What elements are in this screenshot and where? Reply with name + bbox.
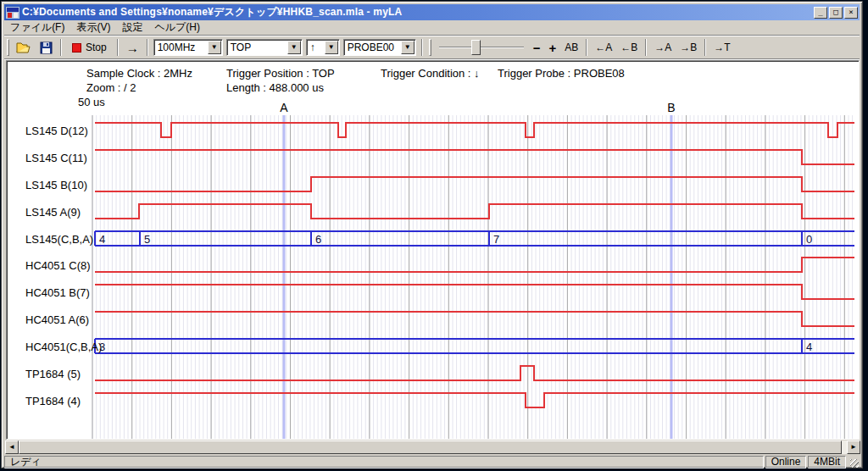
zoom-out-button[interactable]: − bbox=[529, 38, 545, 57]
trace-LS145-D-12- bbox=[95, 123, 854, 137]
zoom-slider-thumb[interactable] bbox=[471, 40, 481, 55]
open-file-button[interactable] bbox=[12, 38, 36, 57]
zoom-slider[interactable] bbox=[439, 39, 524, 56]
scroll-left-button[interactable]: ◄ bbox=[5, 441, 19, 454]
menu-view[interactable]: 表示(V) bbox=[70, 19, 116, 36]
menu-settings[interactable]: 設定 bbox=[116, 19, 148, 36]
waveform-svg: AB4567034 bbox=[7, 61, 859, 439]
ab-range-button[interactable]: AB bbox=[560, 38, 582, 57]
trace-LS145-B-10- bbox=[95, 177, 854, 191]
scroll-right-button[interactable]: ► bbox=[847, 441, 860, 454]
goto-cursor-b-button[interactable]: →B bbox=[676, 38, 701, 57]
toolbar-separator bbox=[645, 39, 647, 56]
toolbar-separator bbox=[704, 39, 706, 56]
signal-label-LS145-C-11-: LS145 C(11) bbox=[25, 152, 87, 164]
zoom-slider-track bbox=[439, 47, 524, 48]
signal-label-HC4051-B-7-: HC4051 B(7) bbox=[25, 286, 90, 299]
menu-help[interactable]: ヘルプ(H) bbox=[148, 19, 206, 36]
run-button[interactable]: → bbox=[122, 38, 143, 57]
app-window: C:¥Documents and Settings¥noname¥デスクトップ¥… bbox=[1, 1, 863, 468]
status-bar: レディ Online 4MBit bbox=[4, 456, 860, 468]
goto-cursor-a-button[interactable]: →A bbox=[650, 38, 676, 57]
toolbar-separator bbox=[421, 39, 423, 56]
toolbar-separator bbox=[586, 39, 587, 56]
signal-label-TP1684-4-: TP1684 (4) bbox=[25, 395, 81, 407]
trace-HC4051-B-7- bbox=[95, 285, 854, 299]
stop-icon bbox=[72, 43, 81, 53]
minimize-button[interactable]: _ bbox=[814, 7, 827, 19]
signal-label-TP1684-5-: TP1684 (5) bbox=[25, 368, 81, 380]
trace-HC4051-C-8- bbox=[95, 258, 854, 272]
status-message: レディ bbox=[4, 456, 764, 468]
trace-HC4051-A-6- bbox=[95, 312, 854, 326]
bus-value: 6 bbox=[315, 233, 321, 246]
horizontal-scrollbar[interactable]: ◄ ► bbox=[5, 441, 860, 454]
sample-clock-combobox[interactable]: 100MHz ▼ bbox=[153, 39, 223, 56]
waveform-view[interactable]: Sample Clock : 2MHz Trigger Position : T… bbox=[6, 60, 860, 440]
chevron-down-icon[interactable]: ▼ bbox=[325, 41, 338, 54]
maximize-button[interactable]: □ bbox=[829, 7, 843, 19]
trigger-edge-combobox[interactable]: ↑ ▼ bbox=[306, 39, 340, 56]
chevron-down-icon[interactable]: ▼ bbox=[401, 41, 415, 54]
trace-TP1684-4- bbox=[95, 393, 854, 407]
signal-label-LS145-B-10-: LS145 B(10) bbox=[25, 179, 87, 191]
signal-label-LS145-A-9-: LS145 A(9) bbox=[25, 206, 81, 219]
status-memory-badge: 4MBit bbox=[808, 456, 846, 468]
open-folder-icon bbox=[16, 42, 31, 54]
bus-value: 4 bbox=[99, 233, 105, 246]
bus-value: 4 bbox=[806, 341, 812, 353]
window-title: C:¥Documents and Settings¥noname¥デスクトップ¥… bbox=[22, 5, 812, 19]
signal-label-LS145-C-B-A-: LS145(C,B,A) bbox=[25, 233, 93, 246]
trace-LS145-C-11- bbox=[95, 150, 854, 164]
signal-label-HC4051-C-B-A-: HC4051(C,B,A) bbox=[25, 341, 102, 353]
signal-label-HC4051-A-6-: HC4051 A(6) bbox=[25, 313, 89, 326]
stop-button[interactable]: Stop bbox=[65, 38, 114, 57]
toolbar-separator bbox=[147, 39, 148, 56]
resize-grip[interactable] bbox=[848, 456, 860, 468]
signal-label-HC4051-C-8-: HC4051 C(8) bbox=[25, 259, 91, 272]
trace-LS145-A-9- bbox=[95, 204, 854, 219]
cursor-B-label: B bbox=[667, 101, 675, 114]
zoom-in-button[interactable]: + bbox=[544, 38, 560, 57]
chevron-down-icon[interactable]: ▼ bbox=[287, 41, 301, 54]
toolbar-separator bbox=[60, 39, 62, 56]
bus-value: 5 bbox=[144, 233, 150, 246]
goto-trigger-button[interactable]: →T bbox=[709, 38, 734, 57]
app-icon bbox=[6, 7, 19, 19]
toolbar-grip[interactable] bbox=[7, 39, 9, 56]
menu-bar: ファイル(F) 表示(V) 設定 ヘルプ(H) bbox=[4, 20, 860, 36]
toolbar-separator bbox=[117, 39, 119, 56]
status-online-badge: Online bbox=[765, 456, 807, 468]
trigger-probe-combobox[interactable]: PROBE00 ▼ bbox=[343, 39, 416, 56]
menu-file[interactable]: ファイル(F) bbox=[4, 19, 70, 36]
toolbar-grip[interactable] bbox=[429, 39, 431, 56]
signal-label-LS145-D-12-: LS145 D(12) bbox=[25, 125, 88, 137]
close-button[interactable]: × bbox=[844, 7, 858, 19]
bus-value: 0 bbox=[806, 233, 812, 246]
cursor-A-label: A bbox=[280, 101, 288, 114]
trigger-position-combobox[interactable]: TOP ▼ bbox=[226, 39, 303, 56]
save-file-button[interactable] bbox=[36, 38, 57, 57]
toolbar: Stop → 100MHz ▼ TOP ▼ ↑ ▼ PROBE00 ▼ − + bbox=[4, 36, 860, 59]
bus-value: 7 bbox=[493, 233, 499, 246]
save-floppy-icon bbox=[40, 42, 53, 54]
trace-TP1684-5- bbox=[95, 366, 854, 380]
set-cursor-b-button[interactable]: ←B bbox=[616, 38, 642, 57]
scrollbar-thumb[interactable] bbox=[19, 441, 842, 454]
set-cursor-a-button[interactable]: ←A bbox=[591, 38, 616, 57]
chevron-down-icon[interactable]: ▼ bbox=[208, 41, 221, 54]
